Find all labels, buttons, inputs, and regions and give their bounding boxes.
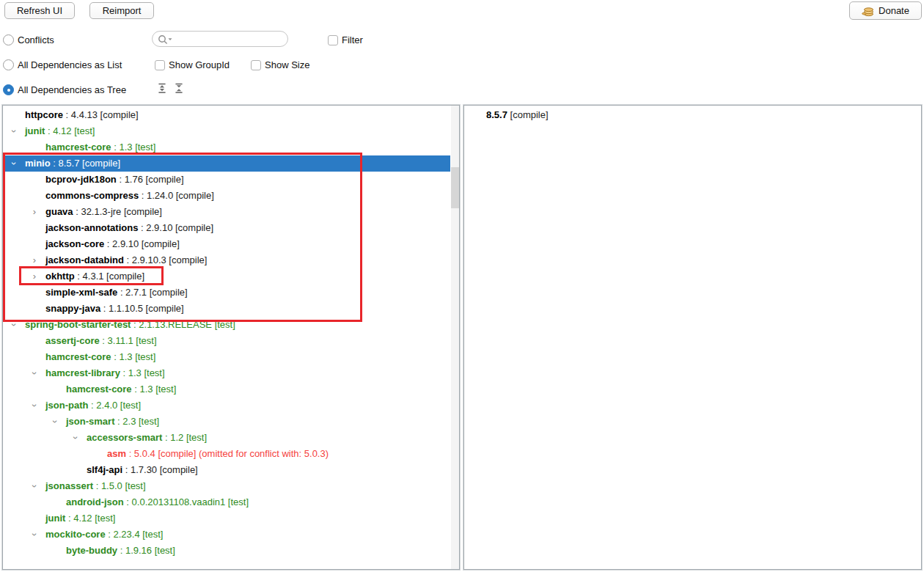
all-dependencies-as-list-radio[interactable]	[3, 59, 14, 70]
artifact-name: android-json	[66, 496, 124, 507]
artifact-name: simple-xml-safe	[45, 287, 117, 298]
tree-row-spring-boot-starter-test[interactable]: ›spring-boot-starter-test : 2.1.13.RELEA…	[3, 317, 450, 333]
tree-row-jackson-annotations[interactable]: jackson-annotations : 2.9.10 [compile]	[3, 220, 450, 236]
show-groupid-label: Show GroupId	[169, 59, 230, 71]
refresh-ui-button[interactable]: Refresh UI	[4, 2, 75, 19]
artifact-name: guava	[45, 206, 73, 217]
selected-dependency-tree: 8.5.7 [compile]	[464, 106, 912, 569]
tree-row-asm[interactable]: asm : 5.0.4 [compile] (omitted for confl…	[3, 446, 450, 462]
dependency-tree-panel: httpcore : 4.4.13 [compile]›junit : 4.12…	[2, 105, 460, 570]
expand-all-icon[interactable]	[156, 82, 168, 94]
chevron-expanded-icon[interactable]: ›	[26, 481, 43, 491]
artifact-version-scope: : 1.9.16 [test]	[117, 545, 175, 556]
tree-row-bcprov-jdk18on[interactable]: bcprov-jdk18on : 1.76 [compile]	[3, 172, 450, 188]
vertical-scrollbar[interactable]	[451, 106, 459, 569]
tree-row-mockito-core[interactable]: ›mockito-core : 2.23.4 [test]	[3, 527, 450, 543]
artifact-name: snappy-java	[45, 303, 100, 314]
all-dependencies-as-list-label: All Dependencies as List	[18, 59, 122, 71]
artifact-name: json-smart	[66, 416, 114, 427]
tree-row-jsonassert[interactable]: ›jsonassert : 1.5.0 [test]	[3, 478, 450, 494]
artifact-version-scope: : 4.3.1 [compile]	[75, 271, 144, 282]
donate-button[interactable]: Donate	[849, 1, 922, 20]
conflicts-label: Conflicts	[18, 34, 54, 46]
tree-row-hamcrest-core[interactable]: hamcrest-core : 1.3 [test]	[3, 139, 450, 155]
filter-checkbox[interactable]	[328, 35, 338, 45]
tree-row-snappy-java[interactable]: snappy-java : 1.1.10.5 [compile]	[3, 301, 450, 317]
tree-row-jackson-core[interactable]: jackson-core : 2.9.10 [compile]	[3, 236, 450, 252]
artifact-version-scope: : 1.3 [test]	[111, 351, 156, 362]
tree-row-hamcrest-library[interactable]: ›hamcrest-library : 1.3 [test]	[3, 365, 450, 381]
tree-row-simple-xml-safe[interactable]: simple-xml-safe : 2.7.1 [compile]	[3, 285, 450, 301]
chevron-expanded-icon[interactable]: ›	[6, 320, 22, 330]
artifact-name: accessors-smart	[87, 432, 162, 443]
tree-row-okhttp[interactable]: ›okhttp : 4.3.1 [compile]	[3, 268, 450, 285]
magnifier-with-dropdown-icon	[158, 34, 174, 45]
artifact-name: commons-compress	[45, 190, 139, 201]
artifact-version-scope: : 2.3 [test]	[114, 416, 159, 427]
tree-row-8.5.7[interactable]: 8.5.7 [compile]	[464, 107, 912, 123]
chevron-collapsed-icon[interactable]: ›	[29, 268, 40, 285]
artifact-name: hamcrest-core	[45, 142, 111, 153]
filter-label: Filter	[342, 34, 363, 46]
dependency-tree: httpcore : 4.4.13 [compile]›junit : 4.12…	[3, 106, 450, 569]
artifact-name: jackson-databind	[45, 254, 124, 265]
artifact-version-scope: [compile]	[507, 109, 549, 120]
artifact-name: jackson-annotations	[45, 222, 138, 233]
scrollbar-thumb[interactable]	[451, 167, 459, 208]
tree-row-assertj-core[interactable]: assertj-core : 3.11.1 [test]	[3, 333, 450, 349]
chevron-expanded-icon[interactable]: ›	[6, 126, 22, 136]
artifact-version-scope: : 1.2 [test]	[162, 432, 207, 443]
chevron-expanded-icon[interactable]: ›	[26, 368, 43, 378]
artifact-version-scope: : 1.3 [test]	[120, 367, 165, 378]
chevron-collapsed-icon[interactable]: ›	[29, 252, 40, 268]
artifact-version-scope: : 8.5.7 [compile]	[51, 158, 120, 169]
tree-row-hamcrest-core[interactable]: hamcrest-core : 1.3 [test]	[3, 349, 450, 365]
conflicts-radio[interactable]	[3, 34, 14, 45]
tree-row-httpcore[interactable]: httpcore : 4.4.13 [compile]	[3, 107, 450, 123]
tree-row-json-smart[interactable]: ›json-smart : 2.3 [test]	[3, 414, 450, 430]
chevron-expanded-icon[interactable]: ›	[26, 400, 43, 411]
artifact-version-scope: : 1.5.0 [test]	[93, 480, 146, 491]
artifact-version-scope: : 1.24.0 [compile]	[139, 190, 214, 201]
chevron-collapsed-icon[interactable]: ›	[29, 204, 40, 220]
tree-row-jackson-databind[interactable]: ›jackson-databind : 2.9.10.3 [compile]	[3, 252, 450, 268]
all-dependencies-as-tree-radio[interactable]	[3, 84, 14, 95]
chevron-expanded-icon[interactable]: ›	[47, 417, 63, 427]
artifact-name: okhttp	[45, 271, 75, 282]
reimport-button[interactable]: Reimport	[89, 2, 154, 19]
reimport-label: Reimport	[103, 5, 142, 16]
artifact-version-scope: : 3.11.1 [test]	[100, 335, 157, 346]
tree-row-guava[interactable]: ›guava : 32.1.3-jre [compile]	[3, 204, 450, 220]
tree-row-android-json[interactable]: android-json : 0.0.20131108.vaadin1 [tes…	[3, 494, 450, 510]
artifact-name: junit	[25, 125, 45, 136]
show-size-checkbox[interactable]	[251, 60, 261, 70]
tree-row-hamcrest-core[interactable]: hamcrest-core : 1.3 [test]	[3, 381, 450, 397]
artifact-name: 8.5.7	[486, 109, 507, 120]
tree-row-minio[interactable]: ›minio : 8.5.7 [compile]	[3, 155, 450, 172]
tree-row-accessors-smart[interactable]: ›accessors-smart : 1.2 [test]	[3, 430, 450, 446]
search-input[interactable]	[175, 32, 286, 47]
tree-row-commons-compress[interactable]: commons-compress : 1.24.0 [compile]	[3, 188, 450, 204]
maven-helper-dependency-analyzer: Refresh UI Reimport Donate Conflicts Fil…	[0, 0, 924, 583]
chevron-expanded-icon[interactable]: ›	[26, 529, 43, 540]
artifact-name: minio	[25, 158, 51, 169]
show-groupid-checkbox[interactable]	[155, 60, 165, 70]
artifact-name: jsonassert	[45, 480, 93, 491]
tree-row-json-path[interactable]: ›json-path : 2.4.0 [test]	[3, 397, 450, 414]
collapse-all-icon[interactable]	[173, 82, 185, 94]
artifact-version-scope: : 2.9.10 [compile]	[104, 238, 180, 249]
tree-row-byte-buddy[interactable]: byte-buddy : 1.9.16 [test]	[3, 543, 450, 559]
artifact-name: httpcore	[25, 109, 63, 120]
artifact-name: byte-buddy	[66, 545, 117, 556]
artifact-name: hamcrest-library	[45, 367, 120, 378]
chevron-expanded-icon[interactable]: ›	[6, 158, 22, 169]
artifact-version-scope: : 1.1.10.5 [compile]	[100, 303, 183, 314]
search-field[interactable]	[152, 31, 288, 47]
tree-row-junit[interactable]: ›junit : 4.12 [test]	[3, 123, 450, 139]
tree-row-slf4j-api[interactable]: slf4j-api : 1.7.30 [compile]	[3, 462, 450, 478]
chevron-expanded-icon[interactable]: ›	[67, 433, 84, 443]
selected-dependency-panel: 8.5.7 [compile]	[463, 105, 922, 570]
artifact-name: jackson-core	[45, 238, 104, 249]
tree-row-junit[interactable]: junit : 4.12 [test]	[3, 510, 450, 527]
artifact-version-scope: : 1.7.30 [compile]	[122, 464, 198, 475]
